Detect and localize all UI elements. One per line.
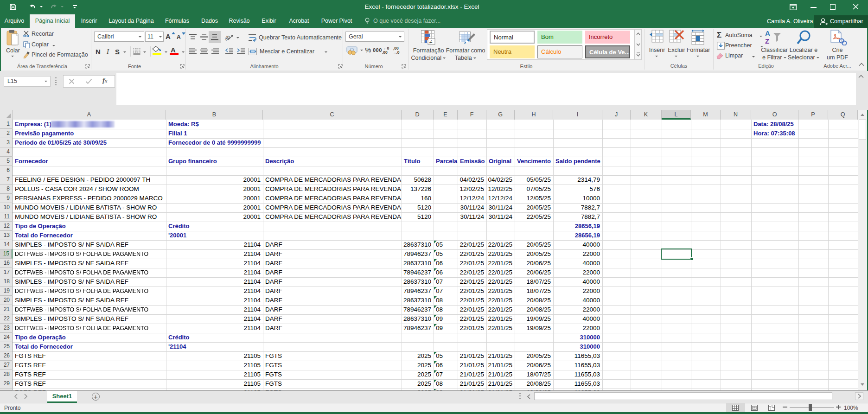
svg-text:≠: ≠	[429, 38, 433, 45]
svg-text:,00: ,00	[382, 50, 388, 54]
svg-text:Z: Z	[765, 37, 769, 45]
svg-text:A: A	[765, 29, 770, 37]
